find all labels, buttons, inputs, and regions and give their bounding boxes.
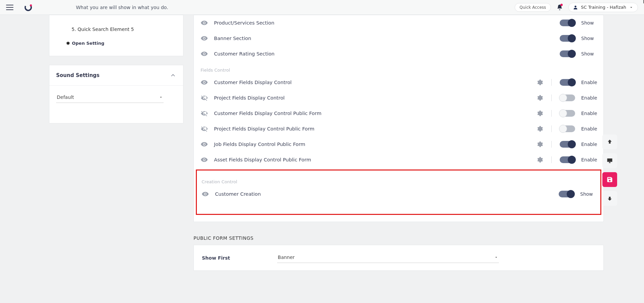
setting-label: Product/Services Section xyxy=(214,20,554,26)
toggle-switch[interactable] xyxy=(560,50,575,57)
sound-settings-header[interactable]: Sound Settings xyxy=(49,65,183,86)
toggle-status-label: Show xyxy=(581,20,597,26)
toggle-status-label: Enable xyxy=(581,80,597,85)
notification-dot xyxy=(560,4,563,6)
toggle-switch[interactable] xyxy=(560,141,575,148)
row-settings-button[interactable] xyxy=(536,110,543,117)
svg-point-1 xyxy=(30,4,32,6)
divider xyxy=(551,156,552,163)
notifications-button[interactable] xyxy=(556,4,563,11)
svg-point-2 xyxy=(575,5,576,7)
setting-row: Job Fields Display Control Public FormEn… xyxy=(197,137,600,152)
toggle-switch[interactable] xyxy=(560,110,575,117)
open-setting-label: Open Setting xyxy=(72,41,104,46)
setting-label: Project Fields Display Control xyxy=(214,95,530,101)
eye-visible-icon xyxy=(201,19,208,27)
eye-visible-icon xyxy=(201,79,208,86)
settings-card: Product/Services SectionShowBanner Secti… xyxy=(194,15,604,222)
eye-hidden-icon xyxy=(201,125,208,132)
toggle-switch[interactable] xyxy=(560,79,575,86)
toggle-status-label: Show xyxy=(581,51,597,56)
setting-label: Customer Rating Section xyxy=(214,51,554,56)
toggle-switch[interactable] xyxy=(560,125,575,132)
arrow-down-icon xyxy=(606,195,613,202)
toggle-status-label: Enable xyxy=(581,95,597,101)
monitor-icon xyxy=(606,157,613,164)
eye-visible-icon xyxy=(201,141,208,148)
show-first-value: Banner xyxy=(278,255,295,260)
divider xyxy=(551,79,552,86)
setting-row: Product/Services SectionShow xyxy=(197,15,600,31)
row-settings-button[interactable] xyxy=(536,141,543,148)
divider xyxy=(551,125,552,132)
setting-row: Project Fields Display ControlEnable xyxy=(197,90,600,106)
eye-hidden-icon xyxy=(201,110,208,117)
setting-label: Customer Fields Display Control xyxy=(214,80,530,85)
toggle-switch[interactable] xyxy=(560,35,575,42)
setting-label: Customer Creation xyxy=(215,191,553,197)
toggle-status-label: Enable xyxy=(581,111,597,116)
toggle-status-label: Show xyxy=(580,191,596,197)
row-settings-button[interactable] xyxy=(536,156,543,163)
show-first-label: Show First xyxy=(202,255,230,261)
scroll-down-button[interactable] xyxy=(602,191,617,206)
sound-settings-title: Sound Settings xyxy=(56,72,99,78)
sound-select[interactable]: Default xyxy=(56,92,164,103)
chevron-up-icon xyxy=(170,72,176,79)
caret-down-icon xyxy=(494,255,498,259)
creation-control-label: Creation Control xyxy=(198,173,599,186)
setting-label: Customer Fields Display Control Public F… xyxy=(214,111,530,116)
scroll-up-button[interactable] xyxy=(602,135,617,149)
public-form-heading: PUBLIC FORM SETTINGS xyxy=(194,235,604,241)
avatar-icon xyxy=(573,5,578,10)
setting-row: Customer CreationShow xyxy=(198,186,599,202)
public-form-card: Show First Banner xyxy=(194,245,604,271)
quick-access-button[interactable]: Quick Access xyxy=(515,3,551,12)
toggle-switch[interactable] xyxy=(560,94,575,101)
gear-icon xyxy=(66,41,70,45)
toggle-status-label: Show xyxy=(581,36,597,41)
setting-label: Asset Fields Display Control Public Form xyxy=(214,157,530,162)
setting-row: Customer Rating SectionShow xyxy=(197,46,600,62)
row-settings-button[interactable] xyxy=(536,125,543,132)
caret-down-icon xyxy=(159,95,163,99)
toggle-switch[interactable] xyxy=(560,156,575,163)
toggle-status-label: Enable xyxy=(581,157,597,162)
save-button[interactable] xyxy=(602,172,617,187)
row-settings-button[interactable] xyxy=(536,79,543,86)
divider xyxy=(551,94,552,101)
quick-search-item: 5. Quick Search Element 5 xyxy=(56,25,176,34)
floating-actions xyxy=(602,135,617,206)
setting-label: Banner Section xyxy=(214,36,554,41)
setting-row: Asset Fields Display Control Public Form… xyxy=(197,152,600,167)
eye-visible-icon xyxy=(202,190,209,198)
user-menu[interactable]: SC Training - Hafizah xyxy=(568,3,638,12)
topbar: What you are will show in what you do. Q… xyxy=(0,0,644,15)
setting-row: Customer Fields Display Control Public F… xyxy=(197,106,600,121)
creation-control-highlight: Creation Control Customer CreationShow xyxy=(196,169,601,215)
open-setting-link[interactable]: Open Setting xyxy=(66,41,176,46)
setting-row: Customer Fields Display ControlEnable xyxy=(197,75,600,90)
sound-settings-card: Sound Settings Default xyxy=(49,65,183,123)
save-icon xyxy=(606,176,613,183)
fields-control-label: Fields Control xyxy=(197,62,600,75)
setting-row: Project Fields Display Control Public Fo… xyxy=(197,121,600,137)
app-logo xyxy=(24,3,32,11)
sound-select-value: Default xyxy=(57,94,74,100)
eye-visible-icon xyxy=(201,35,208,42)
toggle-status-label: Enable xyxy=(581,142,597,147)
toggle-switch[interactable] xyxy=(559,191,574,197)
header-quote: What you are will show in what you do. xyxy=(76,5,168,10)
user-name: SC Training - Hafizah xyxy=(581,5,626,10)
toggle-status-label: Enable xyxy=(581,126,597,131)
menu-button[interactable] xyxy=(6,5,13,10)
row-settings-button[interactable] xyxy=(536,94,543,102)
arrow-up-icon xyxy=(606,139,613,145)
setting-row: Banner SectionShow xyxy=(197,31,600,46)
divider xyxy=(551,141,552,148)
preview-button[interactable] xyxy=(602,153,617,168)
show-first-select[interactable]: Banner xyxy=(277,253,499,263)
quick-search-card: 5. Quick Search Element 5 Open Setting xyxy=(49,15,183,56)
toggle-switch[interactable] xyxy=(560,20,575,26)
setting-label: Job Fields Display Control Public Form xyxy=(214,142,530,147)
